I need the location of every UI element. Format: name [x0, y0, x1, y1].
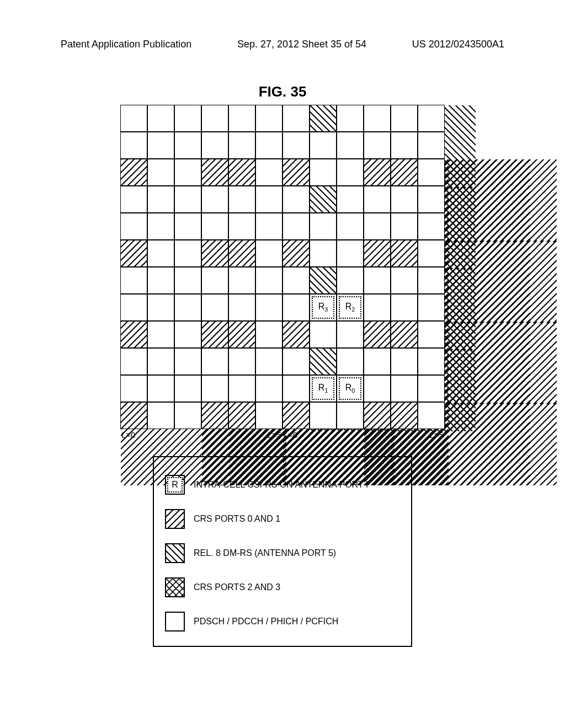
grid-cell: [391, 267, 418, 294]
grid-cell: [147, 186, 174, 213]
grid-cell: [174, 294, 201, 321]
grid-cell: [174, 105, 201, 132]
svg-rect-30: [166, 579, 184, 596]
grid-cell: [174, 402, 201, 429]
grid-cell: [255, 186, 282, 213]
grid-cell: [418, 294, 445, 321]
grid-cell: [364, 348, 391, 375]
grid-cell: [228, 402, 255, 429]
grid-cell: [201, 294, 228, 321]
grid-cell: [174, 321, 201, 348]
grid-cell: [255, 105, 282, 132]
grid-cell: [364, 375, 391, 402]
grid-cell: [120, 375, 147, 402]
grid-cell: [364, 186, 391, 213]
grid-cell: [391, 348, 418, 375]
grid-cell: [310, 159, 337, 186]
grid-cell: [147, 402, 174, 429]
legend-text-crs01: CRS PORTS 0 AND 1: [194, 514, 280, 524]
grid-cell: [364, 240, 391, 267]
grid-cell: [418, 321, 445, 348]
grid-cell: [201, 402, 228, 429]
grid-cell: [337, 186, 364, 213]
grid-cell: [255, 213, 282, 240]
grid-cell: [364, 105, 391, 132]
grid-cell: [391, 132, 418, 159]
grid-cell: [418, 375, 445, 402]
grid-cell: [147, 159, 174, 186]
csi-rs-cell-r3: R3: [310, 294, 337, 321]
grid-cell: [364, 294, 391, 321]
grid-cell: [255, 348, 282, 375]
legend-swatch-csi: R: [165, 475, 185, 495]
grid-cell: [282, 294, 310, 321]
header-right: US 2012/0243500A1: [412, 39, 504, 50]
grid-cell: [174, 348, 201, 375]
grid-cell: [147, 375, 174, 402]
grid-cell: [418, 267, 445, 294]
grid-cell: [120, 321, 147, 348]
grid-cell: [310, 321, 337, 348]
grid-cell: [337, 321, 364, 348]
grid-cell: [310, 186, 337, 213]
grid-cell: [120, 186, 147, 213]
grid-cell: [418, 213, 445, 240]
grid-cell: [337, 213, 364, 240]
grid-cell: [120, 267, 147, 294]
grid-cell: [228, 267, 255, 294]
grid-cell: [391, 375, 418, 402]
grid-cell: [418, 159, 445, 186]
grid-cell: [228, 105, 255, 132]
grid-cell: [418, 240, 445, 267]
legend-swatch-dmrs: [165, 543, 185, 563]
grid-cell: [147, 321, 174, 348]
legend-text-crs23: CRS PORTS 2 AND 3: [194, 582, 280, 592]
header-left: Patent Application Publication: [61, 39, 191, 50]
svg-rect-27: [391, 403, 557, 485]
grid-cell: [174, 375, 201, 402]
grid-cell: [228, 159, 255, 186]
grid-cell: [174, 213, 201, 240]
grid-cell: [255, 159, 282, 186]
grid-cell: [174, 159, 201, 186]
grid-cell: [282, 348, 310, 375]
grid-cell: [391, 159, 418, 186]
grid-cell: [228, 240, 255, 267]
grid-cell: [310, 348, 337, 375]
grid-cell: [337, 348, 364, 375]
grid-cell: [201, 105, 228, 132]
grid-cell: [418, 348, 445, 375]
grid-cell: [120, 294, 147, 321]
grid-cell: [228, 321, 255, 348]
grid-cell: [364, 132, 391, 159]
legend-text-pdsch: PDSCH / PDCCH / PHICH / PCFICH: [194, 617, 338, 627]
grid-cell: [391, 186, 418, 213]
legend-text-dmrs: REL. 8 DM-RS (ANTENNA PORT 5): [194, 548, 336, 558]
grid-cell: [255, 132, 282, 159]
grid-cell: [120, 213, 147, 240]
grid-cell: [147, 348, 174, 375]
grid-cell: [310, 213, 337, 240]
grid-cell: [174, 132, 201, 159]
grid-cell: [228, 186, 255, 213]
grid-cell: [228, 213, 255, 240]
grid-cell: [228, 294, 255, 321]
grid-cell: [201, 159, 228, 186]
grid-cell: [174, 186, 201, 213]
grid-cell: [282, 105, 310, 132]
grid-cell: [310, 402, 337, 429]
grid-cell: [282, 132, 310, 159]
grid-cell: [174, 240, 201, 267]
grid-cell: [337, 402, 364, 429]
grid-cell: [228, 348, 255, 375]
grid-cell: [418, 105, 445, 132]
grid-cell: [201, 186, 228, 213]
grid-cell: [147, 294, 174, 321]
grid-cell: [282, 213, 310, 240]
grid-cell: [364, 267, 391, 294]
grid-cell: [364, 321, 391, 348]
grid-cell: [255, 402, 282, 429]
grid-cell: [255, 321, 282, 348]
header-center: Sep. 27, 2012 Sheet 35 of 54: [237, 39, 366, 50]
grid-cell: [337, 159, 364, 186]
